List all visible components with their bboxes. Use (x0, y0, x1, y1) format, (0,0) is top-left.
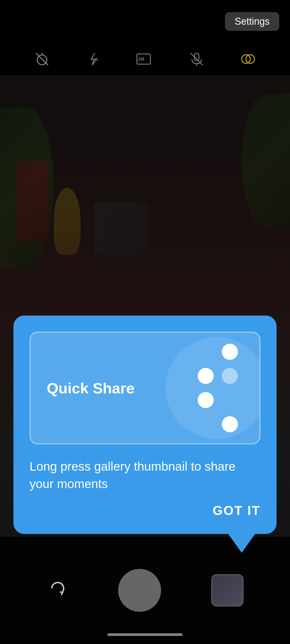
microphone-off-icon[interactable] (187, 50, 206, 68)
quick-share-label: Quick Share (47, 379, 135, 397)
dot-row-1 (198, 344, 238, 360)
svg-text:A: A (96, 57, 99, 62)
dot-5 (222, 416, 238, 432)
dot-2 (198, 368, 214, 384)
got-it-button[interactable]: GOT IT (213, 500, 260, 521)
flash-auto-icon[interactable]: A (84, 50, 103, 68)
resolution-icon[interactable]: 2M (136, 50, 154, 68)
timer-off-icon[interactable] (32, 50, 51, 68)
dot-1 (222, 344, 238, 360)
tooltip-arrow (228, 534, 255, 553)
bottom-bar (0, 537, 290, 644)
dot-row-2 (198, 368, 238, 384)
rotate-button[interactable] (46, 578, 68, 603)
filter-icon[interactable] (239, 50, 258, 68)
tooltip-description: Long press gallery thumbnail to share yo… (30, 458, 260, 492)
preview-card: Quick Share (30, 332, 260, 444)
svg-text:2M: 2M (138, 57, 144, 61)
dot-3 (222, 368, 238, 384)
icon-bar: A 2M (0, 43, 290, 75)
shutter-button[interactable] (118, 569, 161, 612)
dot-4 (198, 392, 214, 408)
dot-row-4 (198, 416, 238, 432)
share-dots (198, 344, 238, 432)
tooltip-container: Quick Share Long press gallery thumbnail… (13, 316, 277, 553)
settings-button[interactable]: Settings (225, 12, 279, 31)
top-bar: Settings (0, 0, 290, 43)
tooltip-bubble: Quick Share Long press gallery thumbnail… (13, 316, 277, 534)
gallery-thumbnail[interactable] (211, 574, 244, 606)
home-indicator (107, 633, 183, 636)
dot-row-3 (198, 392, 238, 408)
